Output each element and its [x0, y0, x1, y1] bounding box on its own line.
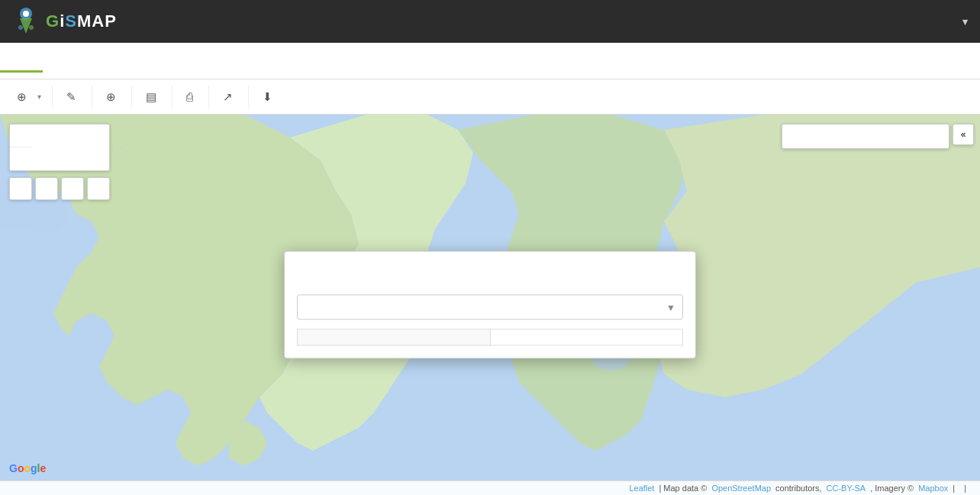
map-controls	[9, 124, 110, 200]
toolbar: ⊕ ▾ ✎ ⊕ ▤ ⎙ ↗ ⬇	[0, 79, 980, 115]
add-base-map-button[interactable]: ⊕	[95, 86, 132, 108]
zoom-controls	[9, 124, 110, 171]
map-search	[782, 124, 949, 149]
zoom-out-button[interactable]	[10, 147, 33, 170]
mapbox-link[interactable]: Mapbox	[918, 484, 948, 493]
map-attribution: Leaflet | Map data © OpenStreetMap contr…	[629, 484, 971, 493]
status-bar: Leaflet | Map data © OpenStreetMap contr…	[0, 480, 980, 495]
popup-select-wrapper: ▼	[297, 295, 683, 320]
top-navigation: GiSMAP ▾	[0, 0, 980, 43]
leaflet-link[interactable]: Leaflet	[629, 484, 654, 493]
table-row	[298, 329, 683, 345]
refresh-button[interactable]	[9, 177, 32, 200]
popup-table	[297, 329, 683, 346]
popup-body: ▼	[285, 284, 695, 358]
search-input[interactable]	[782, 124, 949, 149]
svg-point-3	[29, 25, 34, 30]
zoom-in-button[interactable]	[10, 125, 33, 147]
plus-circle-icon: ⊕	[106, 90, 116, 104]
attribute-select[interactable]	[297, 295, 683, 320]
import-csv-button[interactable]: ⬇	[252, 86, 288, 108]
tab-layers[interactable]	[0, 49, 43, 73]
tab-bar	[0, 43, 980, 79]
settings-button[interactable]	[35, 177, 58, 200]
tab-feature[interactable]	[43, 49, 85, 73]
logo-text: GiSMAP	[46, 11, 117, 31]
tab-analysis[interactable]	[85, 49, 128, 73]
add-layer-button[interactable]: ⊕ ▾	[6, 86, 53, 108]
feature-popup: ▼	[284, 251, 696, 359]
map-print-button[interactable]	[61, 177, 84, 200]
svg-point-1	[23, 11, 29, 17]
svg-point-2	[18, 25, 23, 30]
logo: GiSMAP	[12, 6, 117, 37]
attribute-value	[490, 329, 683, 345]
share-icon: ↗	[223, 90, 233, 104]
google-logo: Google	[9, 461, 46, 475]
plus-icon: ⊕	[17, 90, 27, 104]
collapse-button[interactable]: «	[953, 124, 974, 145]
save-layer-button[interactable]: ▤	[135, 86, 172, 108]
popup-close-button[interactable]	[668, 263, 683, 278]
ccbysa-link[interactable]: CC-BY-SA	[827, 484, 866, 493]
download-icon: ⬇	[263, 90, 272, 104]
save-icon: ▤	[146, 90, 156, 104]
attribute-key	[298, 329, 491, 345]
print-icon: ⎙	[186, 90, 193, 103]
osm-link[interactable]: OpenStreetMap	[711, 484, 771, 493]
caret-icon: ▾	[37, 92, 41, 101]
more-button[interactable]	[87, 177, 110, 200]
print-layer-button[interactable]: ⎙	[176, 86, 209, 108]
popup-header	[285, 252, 695, 284]
nav-links: ▾	[895, 16, 969, 28]
share-layer-button[interactable]: ↗	[212, 86, 249, 108]
style-layer-button[interactable]: ✎	[56, 86, 92, 108]
nav-user[interactable]: ▾	[959, 16, 969, 28]
map-area[interactable]: « ▼	[0, 115, 980, 495]
pencil-icon: ✎	[66, 90, 76, 104]
logo-icon	[12, 6, 40, 37]
